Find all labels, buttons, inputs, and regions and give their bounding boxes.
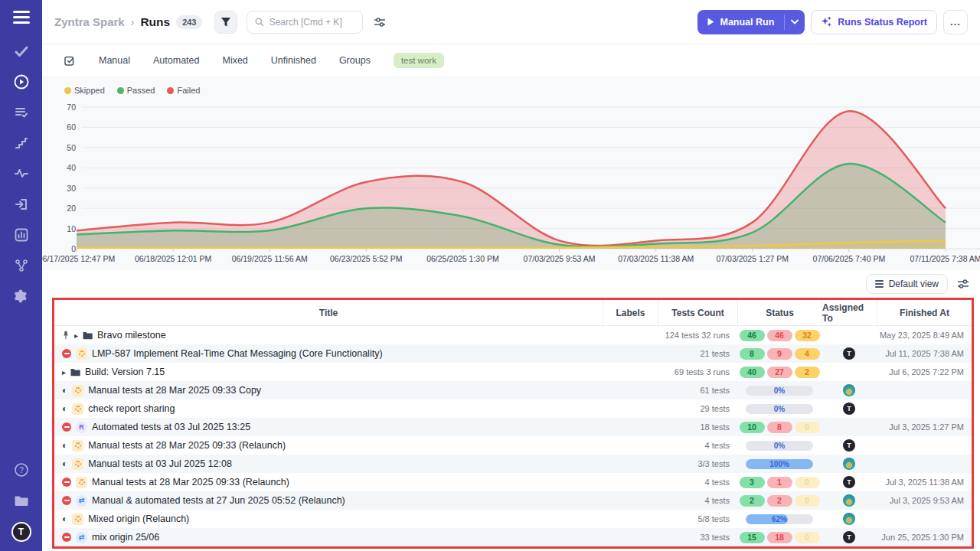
run-title-cell[interactable]: ◐Mixed origin (Relaunch) <box>54 510 603 528</box>
run-title-cell[interactable]: RAutomated tests at 03 Jul 2025 13:25 <box>54 418 603 436</box>
run-title[interactable]: Mixed origin (Relaunch) <box>88 514 189 524</box>
run-title-cell[interactable]: ⇄mix origin 25/06 <box>54 528 603 546</box>
table-row[interactable]: ◐Mixed origin (Relaunch)5/8 tests62% <box>54 510 972 528</box>
tests-count-cell: 18 tests <box>658 418 737 436</box>
pulse-icon[interactable] <box>12 165 31 183</box>
assignee-avatar[interactable]: T <box>843 403 855 415</box>
default-view-label: Default view <box>889 279 939 289</box>
runs-status-report-button[interactable]: Runs Status Report <box>811 10 937 34</box>
assignee-avatar[interactable] <box>843 458 855 470</box>
table-row[interactable]: ▸Bravo milestone124 tests 32 runs464632M… <box>54 326 972 344</box>
table-row[interactable]: LMP-587 Implement Real-Time Chat Messagi… <box>54 344 972 363</box>
run-title[interactable]: Bravo milestone <box>97 330 166 341</box>
table-row[interactable]: ▸Build: Version 7.1569 tests 3 runs40272… <box>54 363 972 381</box>
tab-unfinished[interactable]: Unfinished <box>271 55 316 66</box>
col-title[interactable]: Title <box>54 300 603 325</box>
assignee-avatar[interactable]: T <box>843 347 855 360</box>
legend-passed: Passed <box>117 86 155 95</box>
assignee-avatar[interactable]: T <box>843 476 855 488</box>
workspace-avatar[interactable]: T <box>11 522 31 542</box>
tab-groups[interactable]: Groups <box>339 55 371 66</box>
assignee-avatar[interactable] <box>843 494 855 507</box>
column-settings-icon[interactable] <box>957 278 969 290</box>
finished-at-cell <box>877 510 972 528</box>
branch-icon[interactable] <box>12 256 31 275</box>
run-title-cell[interactable]: Manual tests at 28 Mar 2025 09:33 (Relau… <box>54 473 603 491</box>
projects-folder-icon[interactable] <box>12 491 31 510</box>
run-title-cell[interactable]: ⇄Manual & automated tests at 27 Jun 2025… <box>54 491 603 510</box>
menu-icon[interactable] <box>13 11 30 24</box>
run-title[interactable]: Build: Version 7.15 <box>85 367 165 377</box>
run-title-cell[interactable]: ◐Manual tests at 28 Mar 2025 09:33 (Rela… <box>54 436 603 455</box>
table-row[interactable]: RAutomated tests at 03 Jul 2025 13:2518 … <box>54 418 972 436</box>
runs-count-badge: 243 <box>176 15 202 29</box>
manual-run-button[interactable]: Manual Run <box>697 10 805 34</box>
select-runs-icon[interactable] <box>64 54 76 67</box>
tab-mixed[interactable]: Mixed <box>222 55 247 66</box>
tests-count-cell: 5/8 tests <box>658 510 737 528</box>
table-row[interactable]: ◐check report sharing29 tests0%T <box>54 399 972 418</box>
expand-chevron-icon[interactable]: ▸ <box>62 368 66 377</box>
breadcrumb-parent[interactable]: Zyntra Spark <box>54 15 125 28</box>
help-icon[interactable]: ? <box>12 461 31 479</box>
finished-at-cell: Jul 3, 2025 9:53 AM <box>877 491 972 510</box>
table-row[interactable]: ◐Manual tests at 28 Mar 2025 09:33 Copy6… <box>54 381 972 399</box>
manual-run-caret[interactable] <box>785 10 805 34</box>
run-title[interactable]: LMP-587 Implement Real-Time Chat Messagi… <box>92 348 383 359</box>
milestones-icon[interactable] <box>12 134 31 152</box>
play-circle-icon[interactable] <box>12 73 31 91</box>
runs-area-chart[interactable]: 01020304050607006/17/2025 12:47 PM06/18/… <box>42 98 980 270</box>
adjustments-icon[interactable] <box>374 16 386 28</box>
filter-button[interactable] <box>214 11 237 34</box>
run-title[interactable]: Manual tests at 28 Mar 2025 09:33 Copy <box>88 385 261 396</box>
col-status[interactable]: Status <box>737 300 822 325</box>
gear-icon[interactable] <box>12 287 31 305</box>
table-row[interactable]: ◐Manual tests at 03 Jul 2025 12:083/3 te… <box>54 455 972 473</box>
run-title[interactable]: Manual & automated tests at 27 Jun 2025 … <box>92 495 345 506</box>
status-cell: 0% <box>737 381 822 399</box>
more-button[interactable]: ... <box>943 10 968 34</box>
table-row[interactable]: Manual tests at 28 Mar 2025 09:33 (Relau… <box>54 473 972 491</box>
table-row[interactable]: ◐Manual tests at 28 Mar 2025 09:33 (Rela… <box>54 436 972 455</box>
col-finished-at[interactable]: Finished At <box>877 300 972 325</box>
check-icon[interactable] <box>12 42 31 60</box>
run-title[interactable]: Automated tests at 03 Jul 2025 13:25 <box>92 422 250 432</box>
default-view-button[interactable]: Default view <box>866 274 948 294</box>
table-row[interactable]: ⇄mix origin 25/0633 tests15180TJun 25, 2… <box>54 528 972 546</box>
expand-chevron-icon[interactable]: ▸ <box>74 331 78 340</box>
run-title[interactable]: mix origin 25/06 <box>92 532 159 543</box>
in-progress-status-icon: ◐ <box>62 386 67 395</box>
list-check-icon[interactable] <box>12 103 31 122</box>
run-title-cell[interactable]: ▸Bravo milestone <box>54 326 603 344</box>
search-input[interactable] <box>270 17 355 28</box>
col-assigned-to[interactable]: Assigned To <box>822 300 877 325</box>
svg-text:0: 0 <box>71 244 76 253</box>
tests-count-cell: 33 tests <box>658 528 737 546</box>
assignee-avatar[interactable] <box>843 384 855 396</box>
col-labels[interactable]: Labels <box>603 300 658 325</box>
play-icon <box>707 18 714 26</box>
sign-in-icon[interactable] <box>12 195 31 214</box>
run-title-cell[interactable]: ▸Build: Version 7.15 <box>54 363 603 381</box>
assignee-avatar[interactable]: T <box>843 439 855 452</box>
col-tests-count[interactable]: Tests Count <box>658 300 737 325</box>
tab-automated[interactable]: Automated <box>153 55 199 66</box>
run-title[interactable]: check report sharing <box>88 403 175 414</box>
tests-count-cell: 124 tests 32 runs <box>658 326 737 344</box>
bar-chart-icon[interactable] <box>12 226 31 244</box>
run-title[interactable]: Manual tests at 03 Jul 2025 12:08 <box>88 458 232 469</box>
manual-run-type-icon <box>72 440 83 452</box>
assignee-avatar[interactable]: T <box>843 531 855 543</box>
run-title[interactable]: Manual tests at 28 Mar 2025 09:33 (Relau… <box>88 440 286 451</box>
breadcrumb-separator: › <box>131 16 135 28</box>
table-row[interactable]: ⇄Manual & automated tests at 27 Jun 2025… <box>54 491 972 510</box>
run-title[interactable]: Manual tests at 28 Mar 2025 09:33 (Relau… <box>92 477 289 487</box>
run-title-cell[interactable]: LMP-587 Implement Real-Time Chat Messagi… <box>54 344 603 363</box>
assignee-avatar[interactable] <box>843 513 855 525</box>
tag-test-work[interactable]: test work <box>394 53 444 68</box>
tab-manual[interactable]: Manual <box>99 55 130 66</box>
run-title-cell[interactable]: ◐check report sharing <box>54 399 603 418</box>
run-title-cell[interactable]: ◐Manual tests at 03 Jul 2025 12:08 <box>54 455 603 473</box>
run-title-cell[interactable]: ◐Manual tests at 28 Mar 2025 09:33 Copy <box>54 381 603 399</box>
search-box[interactable] <box>247 11 363 34</box>
